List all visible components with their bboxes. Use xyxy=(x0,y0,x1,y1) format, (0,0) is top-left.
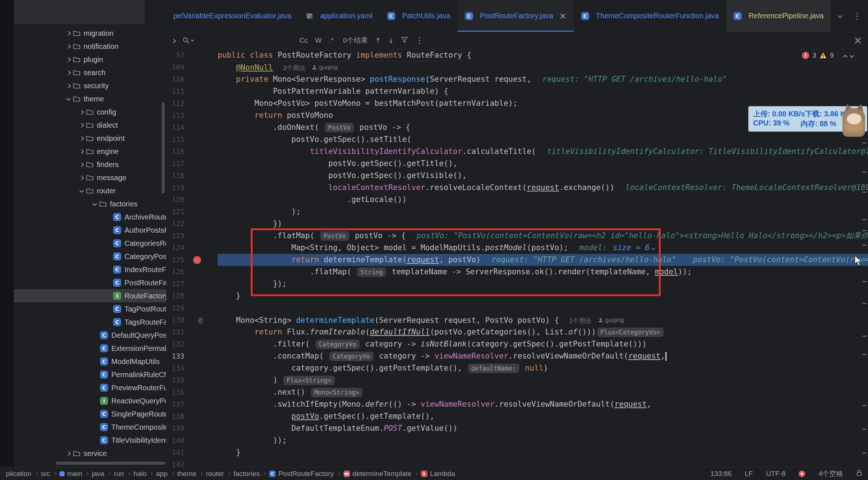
tree-item-tagpostroutefac[interactable]: CTagPostRouteFac xyxy=(14,302,166,316)
tree-item-message[interactable]: message xyxy=(14,171,166,184)
breadcrumb-plication[interactable]: plication xyxy=(6,470,31,478)
gutter-icon-area[interactable] xyxy=(184,242,218,254)
gutter-line-number[interactable]: 111 xyxy=(166,85,184,97)
tree-item-modelmaputils[interactable]: CModelMapUtils xyxy=(14,355,166,368)
chevron-down-icon[interactable] xyxy=(64,97,73,101)
tree-item-theme[interactable]: theme xyxy=(14,92,166,105)
gutter-icon-area[interactable] xyxy=(184,446,218,458)
tree-item-archiveroutefac[interactable]: CArchiveRouteFac xyxy=(14,210,166,224)
gutter-icon-area[interactable] xyxy=(184,61,218,73)
tree-item-titlevisibilityidentify[interactable]: CTitleVisibilityIdentify xyxy=(14,434,166,447)
tree-item-dialect[interactable]: dialect xyxy=(14,119,166,132)
author-inlay[interactable]: guqing xyxy=(312,61,338,73)
gutter-icon-area[interactable] xyxy=(184,386,218,398)
chevron-right-icon[interactable] xyxy=(77,163,86,166)
tree-item-indexroutefacto[interactable]: CIndexRouteFacto xyxy=(14,263,166,276)
chevron-right-icon[interactable] xyxy=(64,58,73,61)
gutter-icon-area[interactable] xyxy=(184,254,218,266)
caret-position[interactable]: 133:86 xyxy=(710,470,731,478)
close-tab-icon[interactable]: × xyxy=(559,11,566,21)
gutter-icon-area[interactable] xyxy=(184,218,218,230)
gutter-icon-area[interactable] xyxy=(184,121,218,133)
tab-pelvariableexpressionevaluator-java[interactable]: pelVariableExpressionEvaluator.java xyxy=(166,0,299,32)
tab-application-yaml[interactable]: application.yaml xyxy=(299,0,380,32)
gutter-icon-area[interactable] xyxy=(184,362,218,374)
gutter-icon-area[interactable] xyxy=(184,434,218,446)
tree-item-config[interactable]: config xyxy=(14,105,166,119)
gutter-line-number[interactable]: 121 xyxy=(166,206,184,218)
search-filter-icon[interactable] xyxy=(401,36,408,44)
chevron-right-icon[interactable] xyxy=(77,137,86,140)
search-more-icon[interactable]: ⋮ xyxy=(415,35,424,46)
gutter-line-number[interactable]: 138 xyxy=(166,410,184,422)
gutter-line-number[interactable]: 130 xyxy=(166,314,184,326)
tree-item-plugin[interactable]: plugin xyxy=(14,53,166,66)
previous-occurrence-icon[interactable]: ↑ xyxy=(375,36,381,44)
tree-item-factories[interactable]: factories xyxy=(14,197,166,210)
tree-item-finders[interactable]: finders xyxy=(14,158,166,171)
inspections-widget[interactable]: ! 3 9 xyxy=(800,50,856,61)
tree-item-search[interactable]: search xyxy=(14,66,166,79)
previous-problem-icon[interactable] xyxy=(844,52,847,59)
gutter-line-number[interactable]: 136 xyxy=(166,386,184,398)
next-occurrence-icon[interactable]: ↓ xyxy=(388,36,394,44)
gutter-icon-area[interactable] xyxy=(184,290,218,302)
whole-words-toggle[interactable]: W xyxy=(315,36,322,44)
chevron-down-icon[interactable] xyxy=(77,189,86,193)
gutter-icon-area[interactable] xyxy=(184,350,218,362)
next-problem-icon[interactable] xyxy=(850,52,853,59)
encoding[interactable]: UTF-8 xyxy=(766,470,786,478)
gutter-line-number[interactable]: 135 xyxy=(166,374,184,386)
gutter-line-number[interactable]: 123 xyxy=(166,230,184,242)
chevron-right-icon[interactable] xyxy=(77,111,86,114)
tree-item-categorypostrou[interactable]: CCategoryPostRou xyxy=(14,250,166,263)
tab-list-dropdown-icon[interactable] xyxy=(838,13,842,19)
tree-item-permalinkrulechang[interactable]: CPermalinkRuleChang xyxy=(14,368,166,381)
gutter-icon-area[interactable] xyxy=(184,97,218,109)
chevron-right-icon[interactable] xyxy=(77,124,86,127)
author-inlay[interactable]: guqing xyxy=(598,314,624,326)
gutter-icon-area[interactable] xyxy=(184,266,218,278)
gutter-icon-area[interactable] xyxy=(184,182,218,194)
gutter-line-number[interactable]: 128 xyxy=(166,290,184,302)
tree-item-defaultquerypostpr[interactable]: CDefaultQueryPostPr xyxy=(14,329,166,342)
breadcrumb-run[interactable]: run xyxy=(114,470,124,478)
sidebar-horizontal-scrollbar[interactable] xyxy=(56,462,165,465)
gutter-icon-area[interactable] xyxy=(184,302,218,314)
gutter-icon-area[interactable] xyxy=(184,133,218,146)
breadcrumb-lambda[interactable]: λLambda xyxy=(421,470,455,478)
chevron-down-icon[interactable] xyxy=(90,202,99,206)
gutter-icon-area[interactable] xyxy=(184,49,218,61)
search-icon[interactable] xyxy=(183,37,193,44)
tree-item-categoriesroute[interactable]: CCategoriesRoute xyxy=(14,237,166,250)
breadcrumb-main[interactable]: main xyxy=(59,470,82,478)
gutter-line-number[interactable]: 122 xyxy=(166,218,184,230)
chevron-right-icon[interactable] xyxy=(77,176,86,179)
gutter-line-number[interactable]: 117 xyxy=(166,158,184,170)
tree-item-service[interactable]: service xyxy=(14,447,166,460)
gutter-line-number[interactable]: 139 xyxy=(166,422,184,434)
match-case-toggle[interactable]: Cc xyxy=(299,36,308,44)
gutter-icon-area[interactable] xyxy=(184,206,218,218)
close-search-icon[interactable]: × xyxy=(854,35,862,46)
gutter-line-number[interactable]: 57 xyxy=(166,49,184,61)
gutter-icon-area[interactable] xyxy=(184,230,218,242)
chevron-right-icon[interactable] xyxy=(64,71,73,74)
gutter-line-number[interactable]: 110 xyxy=(166,73,184,85)
gutter-icon-area[interactable] xyxy=(184,146,218,158)
gutter-line-number[interactable]: 124 xyxy=(166,242,184,254)
chevron-right-icon[interactable] xyxy=(64,45,73,48)
gutter-icon-area[interactable] xyxy=(184,338,218,350)
gutter-line-number[interactable]: 131 xyxy=(166,326,184,338)
tab-postroutefactory-java[interactable]: CPostRouteFactory.java× xyxy=(458,0,574,32)
gutter-icon-area[interactable]: @ xyxy=(184,314,218,326)
usages-inlay[interactable]: 1个用法 xyxy=(569,317,591,324)
gutter-line-number[interactable]: 120 xyxy=(166,194,184,206)
gutter-line-number[interactable]: 112 xyxy=(166,97,184,109)
breadcrumb-router[interactable]: router xyxy=(206,470,224,478)
breadcrumb-determinetemplate[interactable]: mdetermineTemplate xyxy=(343,470,412,478)
gutter-icon-area[interactable] xyxy=(184,109,218,121)
gutter-line-number[interactable]: 118 xyxy=(166,170,184,182)
gutter-icon-area[interactable] xyxy=(184,398,218,410)
tree-item-previewrouterfunct[interactable]: CPreviewRouterFunct xyxy=(14,381,166,394)
